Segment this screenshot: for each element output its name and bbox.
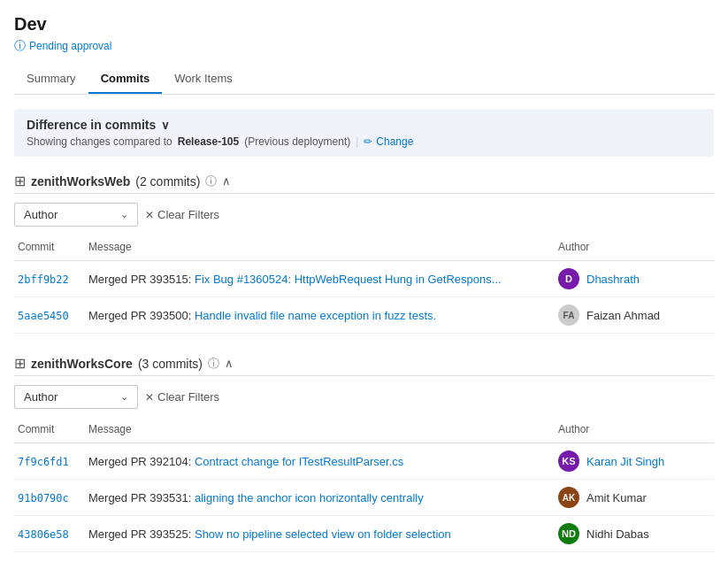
commits-table-0: Commit Message Author 2bff9b22Merged PR …	[14, 237, 714, 334]
avatar: FA	[558, 304, 579, 326]
pencil-icon: ✏	[364, 135, 372, 148]
repo-section-1: ⊞ zenithWorksCore (3 commits) ⓘ ∧ Author…	[14, 355, 714, 552]
table-row: 7f9c6fd1Merged PR 392104: Contract chang…	[14, 443, 714, 480]
filter-row-1: Author ⌄ ✕ Clear Filters	[14, 385, 714, 409]
table-row: 43806e58Merged PR 393525: Show no pipeli…	[14, 516, 714, 552]
author-cell: DDhashrath	[558, 268, 710, 289]
commit-hash-link[interactable]: 7f9c6fd1	[18, 456, 69, 468]
repo-header-1: ⊞ zenithWorksCore (3 commits) ⓘ ∧	[14, 355, 714, 376]
repo-section-0: ⊞ zenithWorksWeb (2 commits) ⓘ ∧ Author …	[14, 173, 714, 334]
avatar: AK	[558, 487, 579, 508]
author-name: Amit Kumar	[586, 491, 647, 504]
commit-msg-prefix: Merged PR 393515:	[88, 273, 195, 286]
author-dropdown-label-1: Author	[24, 390, 57, 404]
author-cell: FAFaizan Ahmad	[558, 304, 710, 326]
col-commit-header-1: Commit	[14, 420, 85, 443]
commit-hash-link[interactable]: 2bff9b22	[18, 273, 69, 286]
repo-name-1: zenithWorksCore	[31, 357, 133, 371]
tab-commits[interactable]: Commits	[88, 65, 163, 94]
dropdown-arrow-icon-1: ⌄	[120, 391, 128, 403]
tabs-bar: Summary Commits Work Items	[14, 65, 714, 95]
avatar: D	[558, 268, 579, 289]
col-commit-header-0: Commit	[14, 237, 85, 261]
commit-msg-link[interactable]: Show no pipeline selected view on folder…	[195, 527, 451, 541]
repo-header-0: ⊞ zenithWorksWeb (2 commits) ⓘ ∧	[14, 173, 714, 194]
author-dropdown-0[interactable]: Author ⌄	[14, 203, 138, 227]
author-name: Faizan Ahmad	[586, 309, 660, 322]
diff-title-text: Difference in commits	[27, 118, 156, 132]
avatar: KS	[558, 450, 579, 472]
commit-message-cell: Merged PR 393515: Fix Bug #1360524: Http…	[85, 261, 555, 297]
diff-subtitle-prefix: Showing changes compared to	[27, 135, 172, 148]
repo-info-icon-0[interactable]: ⓘ	[205, 173, 217, 189]
tab-summary[interactable]: Summary	[14, 65, 88, 94]
repo-icon-1: ⊞	[14, 355, 26, 372]
commit-msg-link[interactable]: aligning the anchor icon horizontally ce…	[195, 491, 424, 504]
commit-msg-prefix: Merged PR 393525:	[88, 527, 195, 541]
commit-hash-link[interactable]: 91b0790c	[18, 492, 69, 504]
repo-name-0: zenithWorksWeb	[31, 174, 130, 189]
author-name[interactable]: Karan Jit Singh	[586, 455, 664, 468]
commit-msg-link[interactable]: Contract change for ITestResultParser.cs	[195, 455, 403, 468]
table-row: 91b0790cMerged PR 393531: aligning the a…	[14, 480, 714, 516]
author-dropdown-label-0: Author	[24, 208, 57, 221]
clear-filters-btn-1[interactable]: ✕ Clear Filters	[145, 390, 219, 404]
clear-filters-label-0: Clear Filters	[157, 208, 219, 221]
pending-approval-label: Pending approval	[29, 40, 111, 52]
commit-hash-cell: 5aae5450	[14, 297, 85, 334]
repo-collapse-icon-1[interactable]: ∧	[225, 357, 234, 370]
commit-msg-prefix: Merged PR 393500:	[88, 309, 195, 322]
repo-info-icon-1[interactable]: ⓘ	[208, 356, 219, 372]
col-author-header-1: Author	[555, 420, 714, 443]
author-name[interactable]: Dhashrath	[586, 273, 640, 286]
diff-banner: Difference in commits ∨ Showing changes …	[14, 109, 714, 157]
clear-filters-label-1: Clear Filters	[157, 390, 219, 404]
commit-hash-cell: 91b0790c	[14, 480, 85, 516]
diff-subtitle-row: Showing changes compared to Release-105 …	[27, 135, 701, 148]
commit-message-cell: Merged PR 393531: aligning the anchor ic…	[85, 480, 555, 516]
filter-row-0: Author ⌄ ✕ Clear Filters	[14, 203, 714, 227]
tab-workitems[interactable]: Work Items	[162, 65, 245, 94]
pending-icon: ⓘ	[14, 38, 26, 54]
commit-author-cell: DDhashrath	[555, 261, 714, 297]
commit-hash-link[interactable]: 5aae5450	[18, 310, 69, 322]
pending-approval-status: ⓘ Pending approval	[14, 38, 714, 54]
commit-author-cell: FAFaizan Ahmad	[555, 297, 714, 334]
page-title: Dev	[14, 14, 714, 35]
table-row: 5aae5450Merged PR 393500: Handle invalid…	[14, 297, 714, 334]
repo-icon-0: ⊞	[14, 173, 26, 189]
col-message-header-1: Message	[85, 420, 555, 443]
table-row: 2bff9b22Merged PR 393515: Fix Bug #13605…	[14, 261, 714, 297]
author-dropdown-1[interactable]: Author ⌄	[14, 385, 138, 409]
commit-hash-cell: 43806e58	[14, 516, 85, 552]
commits-table-1: Commit Message Author 7f9c6fd1Merged PR …	[14, 420, 714, 552]
dropdown-arrow-icon-0: ⌄	[120, 209, 128, 220]
clear-filters-btn-0[interactable]: ✕ Clear Filters	[145, 208, 219, 221]
commit-hash-link[interactable]: 43806e58	[18, 528, 69, 541]
diff-release-suffix: (Previous deployment)	[244, 135, 350, 148]
repo-collapse-icon-0[interactable]: ∧	[222, 174, 231, 188]
commit-msg-prefix: Merged PR 392104:	[88, 455, 195, 468]
commit-msg-link[interactable]: Handle invalid file name exception in fu…	[195, 309, 436, 322]
avatar: ND	[558, 523, 579, 544]
commit-author-cell: AKAmit Kumar	[555, 480, 714, 516]
diff-chevron-icon[interactable]: ∨	[161, 119, 170, 132]
repo-count-0: (2 commits)	[135, 174, 200, 189]
author-cell: AKAmit Kumar	[558, 487, 710, 508]
repo-count-1: (3 commits)	[138, 357, 203, 371]
commit-author-cell: NDNidhi Dabas	[555, 516, 714, 552]
change-link[interactable]: ✏ Change	[364, 135, 413, 148]
commit-message-cell: Merged PR 392104: Contract change for IT…	[85, 443, 555, 480]
author-cell: KSKaran Jit Singh	[558, 450, 710, 472]
commit-author-cell: KSKaran Jit Singh	[555, 443, 714, 480]
diff-separator: |	[356, 135, 358, 148]
author-name: Nidhi Dabas	[586, 527, 649, 541]
commit-hash-cell: 2bff9b22	[14, 261, 85, 297]
diff-title-row: Difference in commits ∨	[27, 118, 701, 132]
commit-msg-link[interactable]: Fix Bug #1360524: HttpWebRequest Hung in…	[195, 273, 502, 286]
change-label: Change	[376, 135, 413, 148]
clear-x-icon-0: ✕	[145, 209, 154, 221]
author-cell: NDNidhi Dabas	[558, 523, 710, 544]
clear-x-icon-1: ✕	[145, 391, 154, 404]
col-author-header-0: Author	[555, 237, 714, 261]
